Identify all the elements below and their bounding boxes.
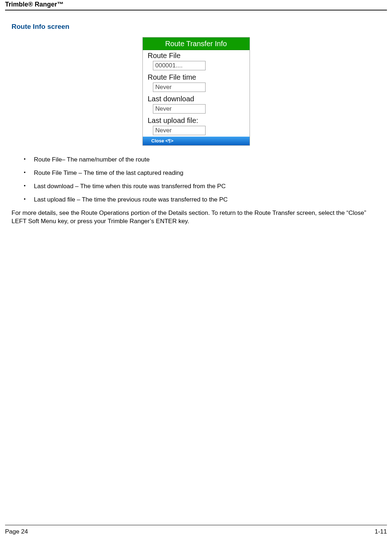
close-softkey[interactable]: Close <¶> <box>151 138 173 143</box>
page-container: Trimble® Ranger™ Route Info screen Route… <box>0 0 392 544</box>
last-download-label: Last download <box>143 93 250 103</box>
section-title: Route Info screen <box>12 23 387 31</box>
page-footer: Page 24 1-11 <box>5 525 387 535</box>
list-item: Last upload file – The time the previous… <box>24 196 387 204</box>
footer-left: Page 24 <box>5 528 28 535</box>
softkey-bar: Close <¶> <box>143 137 250 145</box>
footer-right: 1-11 <box>375 528 387 535</box>
screenshot-wrap: Route Transfer Info Route File Route Fil… <box>5 37 387 146</box>
route-file-label: Route File <box>143 50 250 60</box>
route-file-time-label: Route File time <box>143 72 250 81</box>
header-title: Trimble® Ranger™ <box>5 1 63 8</box>
last-upload-file-input[interactable] <box>153 126 206 135</box>
list-item: Route File Time – The time of the last c… <box>24 169 387 177</box>
last-download-input[interactable] <box>153 104 206 114</box>
route-file-input[interactable] <box>153 61 206 70</box>
page-header: Trimble® Ranger™ <box>5 0 387 10</box>
device-body: Route File Route File time Last download… <box>143 50 250 137</box>
device-screen: Route Transfer Info Route File Route Fil… <box>142 37 250 146</box>
bullet-list: Route File– The name/number of the route… <box>5 156 387 204</box>
last-upload-file-label: Last upload file: <box>143 115 250 125</box>
device-titlebar: Route Transfer Info <box>143 37 250 50</box>
list-item: Last download – The time when this route… <box>24 182 387 191</box>
body-paragraph: For more details, see the Route Operatio… <box>12 209 380 226</box>
list-item: Route File– The name/number of the route <box>24 156 387 164</box>
route-file-time-input[interactable] <box>153 83 206 92</box>
